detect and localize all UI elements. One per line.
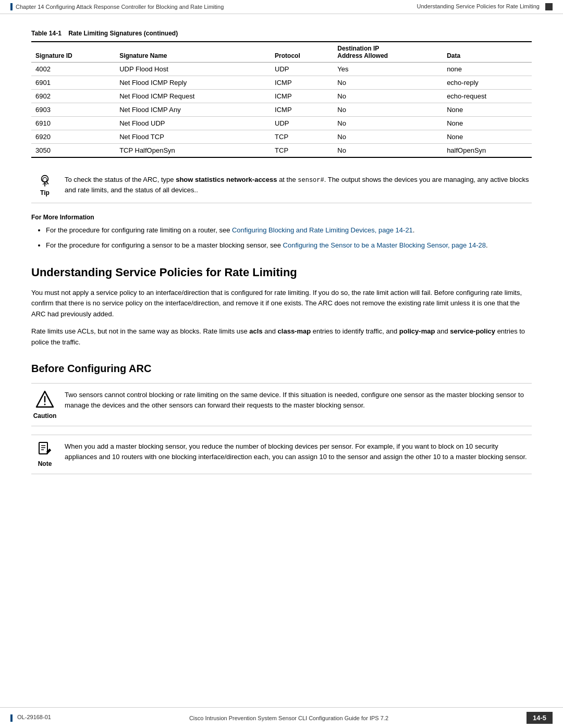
col-sig-id: Signature ID (31, 42, 115, 63)
table-cell-sig_id: 4002 (31, 63, 115, 76)
tip-box: Tip To check the status of the ARC, type… (31, 168, 532, 203)
table-row: 3050TCP HalfOpenSynTCPNohalfOpenSyn (31, 144, 532, 158)
fmi-text-1-after: . (413, 226, 415, 234)
table-body: 4002UDP Flood HostUDPYesnone6901Net Floo… (31, 63, 532, 158)
table-cell-data: echo-reply (443, 76, 532, 90)
header-bar-decoration (10, 3, 13, 10)
section1-heading: Understanding Service Policies for Rate … (31, 266, 532, 279)
table-header-row: Signature ID Signature Name Protocol Des… (31, 42, 532, 63)
svg-point-6 (44, 403, 46, 405)
table-cell-protocol: TCP (271, 144, 333, 158)
page-footer: OL-29168-01 Cisco Intrusion Prevention S… (0, 707, 563, 728)
col-protocol: Protocol (271, 42, 333, 63)
tip-text-after: at the (277, 176, 298, 183)
caution-icon (35, 390, 54, 411)
table-row: 6910Net Flood UDPUDPNoNone (31, 117, 532, 130)
footer-doc-number: OL-29168-01 (17, 714, 51, 720)
header-right-text: Understanding Service Policies for Rate … (417, 3, 553, 10)
section1-para2: Rate limits use ACLs, but not in the sam… (31, 326, 532, 348)
fmi-link-1[interactable]: Configuring Blocking and Rate Limiting D… (232, 226, 413, 234)
table-cell-dest_ip: No (333, 144, 443, 158)
table-title-area: Table 14-1 Rate Limiting Signatures (con… (31, 30, 532, 37)
tip-text-before-code: To check the status of the ARC, type (65, 176, 176, 183)
tip-label: Tip (40, 189, 50, 196)
caution-text: Two sensors cannot control blocking or r… (65, 390, 532, 412)
table-cell-dest_ip: No (333, 76, 443, 90)
for-more-info-item-1: For the procedure for configuring rate l… (46, 225, 532, 236)
caution-triangle-icon (35, 390, 54, 409)
fmi-text-2-after: . (486, 241, 488, 249)
note-icon (31, 441, 58, 459)
top-header: Chapter 14 Configuring Attack Response C… (0, 0, 563, 14)
table-row: 6903Net Flood ICMP AnyICMPNoNone (31, 103, 532, 117)
breadcrumb-text: Chapter 14 Configuring Attack Response C… (16, 4, 224, 10)
footer-left: OL-29168-01 (10, 714, 51, 721)
table-cell-data: None (443, 130, 532, 144)
breadcrumb: Chapter 14 Configuring Attack Response C… (10, 3, 224, 10)
for-more-info-list: For the procedure for configuring rate l… (46, 225, 532, 251)
table-cell-sig_id: 6920 (31, 130, 115, 144)
table-row: 4002UDP Flood HostUDPYesnone (31, 63, 532, 76)
table-cell-dest_ip: No (333, 130, 443, 144)
table-cell-dest_ip: Yes (333, 63, 443, 76)
header-section-title: Understanding Service Policies for Rate … (417, 3, 540, 9)
fmi-text-1-before: For the procedure for configuring rate l… (46, 226, 232, 234)
svg-rect-7 (39, 442, 47, 454)
table-cell-protocol: ICMP (271, 90, 333, 103)
header-block-icon (545, 3, 553, 10)
footer-page-number: 14-5 (527, 712, 553, 724)
table-cell-sig_id: 6910 (31, 117, 115, 130)
table-cell-data: none (443, 63, 532, 76)
table-cell-protocol: ICMP (271, 103, 333, 117)
table-cell-sig_id: 3050 (31, 144, 115, 158)
section2-heading: Before Configuring ARC (31, 363, 532, 375)
note-box: Note When you add a master blocking sens… (31, 435, 532, 474)
note-icon-area: Note (31, 441, 58, 467)
for-more-info-title: For More Information (31, 214, 532, 221)
table-cell-sig_id: 6903 (31, 103, 115, 117)
table-cell-data: None (443, 103, 532, 117)
note-label: Note (38, 460, 52, 467)
tip-code: show statistics network-access (176, 176, 277, 183)
tip-icon-area: Tip (31, 175, 58, 196)
caution-label: Caution (33, 412, 57, 419)
table-cell-protocol: ICMP (271, 76, 333, 90)
note-text: When you add a master blocking sensor, y… (65, 441, 532, 463)
svg-line-3 (46, 182, 48, 184)
table-cell-dest_ip: No (333, 90, 443, 103)
tip-content: To check the status of the ARC, type sho… (65, 175, 532, 195)
note-pencil-icon (37, 441, 53, 457)
table-cell-data: halfOpenSyn (443, 144, 532, 158)
table-cell-sig_name: Net Flood TCP (115, 130, 271, 144)
table-row: 6920Net Flood TCPTCPNoNone (31, 130, 532, 144)
table-cell-dest_ip: No (333, 103, 443, 117)
table-cell-data: None (443, 117, 532, 130)
caution-box: Caution Two sensors cannot control block… (31, 383, 532, 426)
fmi-link-2[interactable]: Configuring the Sensor to be a Master Bl… (283, 241, 486, 249)
table-cell-dest_ip: No (333, 117, 443, 130)
footer-bar (10, 714, 13, 722)
for-more-info-section: For More Information For the procedure f… (31, 212, 532, 251)
table-label: Table (31, 30, 47, 37)
table-cell-sig_name: UDP Flood Host (115, 63, 271, 76)
col-sig-name: Signature Name (115, 42, 271, 63)
table-cell-sig_name: TCP HalfOpenSyn (115, 144, 271, 158)
col-dest-ip: Destination IP Address Allowed (333, 42, 443, 63)
footer-center-text: Cisco Intrusion Prevention System Sensor… (51, 715, 527, 721)
table-cell-sig_name: Net Flood ICMP Reply (115, 76, 271, 90)
svg-point-2 (43, 178, 47, 182)
caution-icon-area: Caution (31, 390, 58, 419)
fmi-text-2-before: For the procedure for configuring a sens… (46, 241, 283, 249)
table-cell-sig_id: 6901 (31, 76, 115, 90)
table-cell-sig_name: Net Flood ICMP Any (115, 103, 271, 117)
col-data: Data (443, 42, 532, 63)
section1-para1: You must not apply a service policy to a… (31, 288, 532, 320)
tip-inline-code: sensor# (298, 177, 324, 184)
table-cell-protocol: UDP (271, 63, 333, 76)
main-content: Table 14-1 Rate Limiting Signatures (con… (0, 14, 563, 514)
svg-point-0 (42, 176, 48, 182)
table-cell-sig_id: 6902 (31, 90, 115, 103)
table-cell-protocol: UDP (271, 117, 333, 130)
table-row: 6902Net Flood ICMP RequestICMPNoecho-req… (31, 90, 532, 103)
table-caption: Rate Limiting Signatures (continued) (68, 30, 178, 37)
